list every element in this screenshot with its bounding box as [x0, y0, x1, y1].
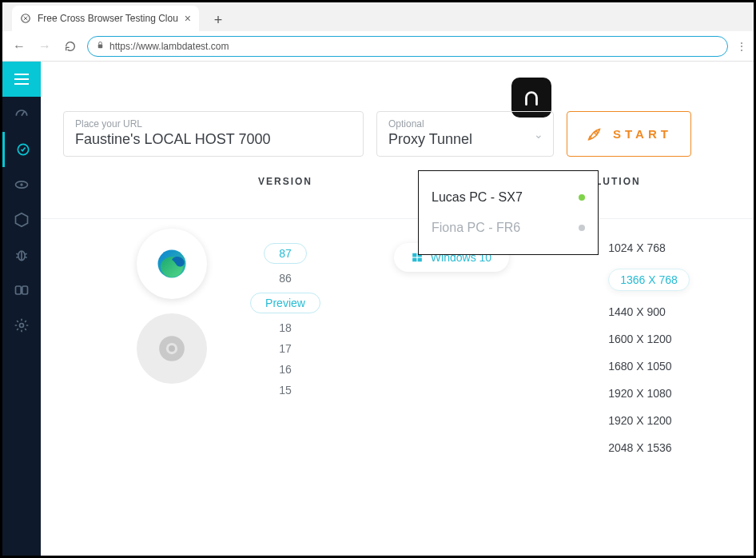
sidebar-item-visual[interactable]	[2, 167, 41, 202]
address-input[interactable]	[109, 41, 719, 52]
sidebar-item-integrations[interactable]	[2, 273, 41, 308]
browser-menu-button[interactable]: ⋮	[736, 40, 746, 53]
sidebar-item-automation[interactable]	[2, 202, 41, 237]
svg-line-11	[16, 253, 18, 254]
proxy-placeholder: Optional	[388, 118, 542, 130]
start-label: START	[613, 127, 672, 141]
sidebar-item-dashboard[interactable]	[2, 97, 41, 132]
back-button[interactable]: ←	[10, 38, 28, 55]
resolution-option[interactable]: 1024 X 768	[608, 241, 666, 254]
resolution-option-selected[interactable]: 1366 X 768	[608, 269, 690, 291]
version-column: VERSION	[63, 176, 356, 454]
svg-rect-15	[16, 286, 22, 294]
resolution-list: 1024 X 768 1366 X 768 1440 X 900 1600 X …	[594, 241, 690, 454]
forward-button[interactable]: →	[36, 38, 54, 55]
chrome-icon	[157, 333, 187, 364]
resolution-option[interactable]: 2048 X 1536	[608, 441, 671, 454]
version-list: 87 86 Preview 18 17 16 15	[250, 243, 320, 397]
browser-edge[interactable]	[137, 229, 207, 299]
tunnel-option[interactable]: Fiona PC - FR6	[432, 213, 585, 243]
version-header: VERSION	[106, 176, 312, 190]
version-option-selected[interactable]: 87	[264, 243, 307, 264]
top-row: Place your URL Faustine's LOCAL HOST 700…	[41, 62, 756, 176]
resolution-option[interactable]: 1920 X 1200	[608, 414, 671, 427]
svg-rect-16	[22, 286, 28, 294]
version-option[interactable]: 86	[279, 272, 292, 285]
svg-rect-1	[98, 45, 103, 49]
browser-tab[interactable]: Free Cross Browser Testing Clou ×	[12, 6, 199, 31]
url-placeholder: Place your URL	[75, 118, 352, 130]
resolution-option[interactable]: 1440 X 900	[608, 305, 666, 318]
svg-rect-3	[14, 78, 29, 80]
sidebar-item-bug[interactable]	[2, 237, 41, 273]
browser-address-bar: ← → ⋮	[2, 31, 754, 62]
browser-list	[124, 229, 220, 384]
new-tab-button[interactable]: +	[207, 9, 229, 31]
resolution-option[interactable]: 1600 X 1200	[608, 333, 671, 345]
lambdatest-favicon-icon	[20, 13, 31, 24]
version-option[interactable]: 17	[279, 342, 292, 355]
url-input[interactable]: Place your URL Faustine's LOCAL HOST 700…	[63, 111, 364, 157]
tunnel-option-label: Fiona PC - FR6	[432, 221, 520, 235]
browser-chrome[interactable]	[137, 313, 207, 384]
window-frame: Free Cross Browser Testing Clou × + ← → …	[0, 0, 756, 558]
version-option[interactable]: 18	[279, 321, 292, 334]
browser-tab-title: Free Cross Browser Testing Clou	[38, 13, 178, 24]
version-option[interactable]: 15	[279, 384, 292, 397]
chevron-down-icon: ⌄	[534, 128, 543, 141]
sidebar	[2, 62, 41, 556]
svg-point-8	[20, 183, 22, 185]
svg-point-18	[595, 131, 597, 134]
svg-rect-26	[417, 258, 421, 262]
tunnel-icon	[521, 87, 542, 108]
status-dot-offline-icon	[579, 225, 585, 231]
svg-rect-2	[14, 74, 29, 75]
svg-rect-25	[412, 258, 416, 262]
svg-line-5	[22, 112, 24, 116]
proxy-tunnel-select[interactable]: Optional Proxy Tunnel ⌄	[376, 111, 554, 157]
rocket-icon	[586, 126, 603, 143]
tunnel-option-label: Lucas PC - SX7	[432, 190, 523, 205]
resolution-option[interactable]: 1920 X 1080	[608, 387, 671, 400]
sidebar-item-realtime[interactable]	[2, 132, 41, 167]
proxy-value: Proxy Tunnel	[388, 131, 542, 148]
lock-icon	[96, 41, 105, 51]
version-option[interactable]: 16	[279, 363, 292, 376]
resolution-option[interactable]: 1680 X 1050	[608, 360, 671, 373]
main-area: Place your URL Faustine's LOCAL HOST 700…	[41, 62, 756, 556]
svg-line-14	[25, 257, 26, 258]
svg-rect-4	[14, 83, 29, 85]
address-input-wrap[interactable]	[87, 36, 728, 57]
svg-line-13	[16, 257, 18, 258]
browser-tab-bar: Free Cross Browser Testing Clou × +	[2, 2, 754, 31]
svg-point-17	[20, 324, 24, 328]
content-row: Place your URL Faustine's LOCAL HOST 700…	[2, 62, 754, 556]
edge-icon	[155, 247, 189, 281]
url-value: Faustine's LOCAL HOST 7000	[75, 131, 352, 148]
svg-rect-23	[412, 253, 416, 257]
selector-columns: VERSION	[41, 176, 756, 454]
status-dot-online-icon	[579, 194, 585, 201]
tunnel-dropdown: Lucas PC - SX7 Fiona PC - FR6	[418, 170, 599, 255]
sidebar-item-settings[interactable]	[2, 308, 41, 343]
svg-point-22	[169, 345, 175, 352]
start-button[interactable]: START	[567, 111, 691, 157]
close-tab-icon[interactable]: ×	[185, 12, 191, 25]
reload-button[interactable]	[62, 38, 79, 55]
tunnel-option[interactable]: Lucas PC - SX7	[432, 182, 585, 213]
version-option-preview[interactable]: Preview	[250, 293, 320, 313]
svg-line-12	[25, 253, 26, 254]
sidebar-toggle-button[interactable]	[2, 62, 41, 97]
